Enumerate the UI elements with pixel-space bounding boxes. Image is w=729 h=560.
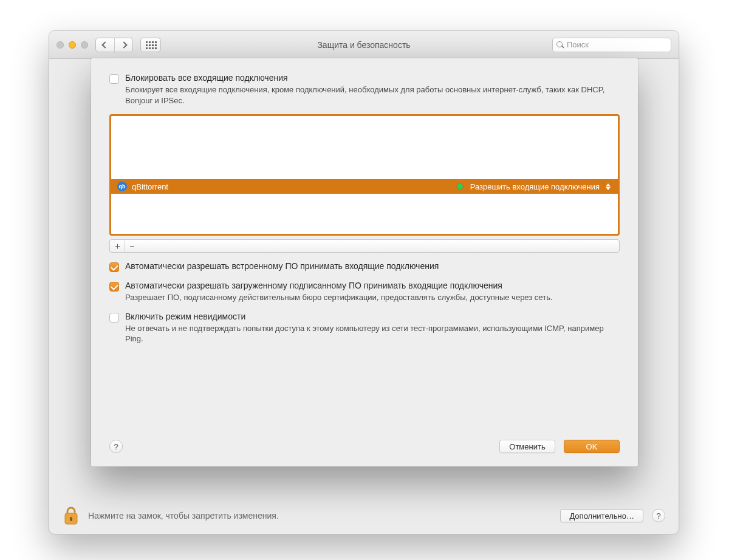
advanced-button[interactable]: Дополнительно… xyxy=(560,509,643,522)
add-remove-segment: ＋ － xyxy=(109,239,620,253)
block-all-row: Блокировать все входящие подключения Бло… xyxy=(109,73,620,106)
grid-icon xyxy=(146,41,156,49)
nav-back-forward xyxy=(95,38,133,52)
block-all-description: Блокирует все входящие подключения, кром… xyxy=(125,84,620,106)
sheet-button-row: ? Отменить OK xyxy=(109,440,620,453)
remove-app-button[interactable]: － xyxy=(125,240,139,252)
firewall-options-sheet: Блокировать все входящие подключения Бло… xyxy=(91,58,638,466)
search-placeholder: Поиск xyxy=(567,40,589,49)
auto-builtin-label: Автоматически разрешать встроенному ПО п… xyxy=(125,261,439,271)
minimize-window-button[interactable] xyxy=(69,41,76,49)
app-name: qBittorrent xyxy=(132,182,168,191)
traffic-lights xyxy=(56,41,88,49)
search-field[interactable]: Поиск xyxy=(552,38,671,52)
titlebar: Защита и безопасность Поиск xyxy=(49,31,679,59)
app-icon: qb xyxy=(117,182,127,191)
stealth-row: Включить режим невидимости Не отвечать и… xyxy=(109,312,620,344)
chevron-right-icon xyxy=(120,41,127,48)
stealth-description: Не отвечать и не подтверждать попытки до… xyxy=(125,323,620,344)
nav-back-button[interactable] xyxy=(96,38,114,52)
stealth-label: Включить режим невидимости xyxy=(125,312,620,321)
zoom-window-button[interactable] xyxy=(81,41,88,49)
lock-icon[interactable] xyxy=(63,505,80,526)
auto-builtin-checkbox[interactable] xyxy=(109,262,119,272)
app-list[interactable]: qb qBittorrent Разрешить входящие подклю… xyxy=(109,114,620,236)
cancel-button[interactable]: Отменить xyxy=(499,440,555,453)
chevron-left-icon xyxy=(101,41,108,48)
auto-signed-checkbox[interactable] xyxy=(109,282,119,292)
stealth-checkbox[interactable] xyxy=(109,313,119,323)
window-footer: Нажмите на замок, чтобы запретить измене… xyxy=(49,497,679,534)
app-list-row-selected[interactable]: qb qBittorrent Разрешить входящие подклю… xyxy=(111,179,618,194)
updown-icon xyxy=(604,183,612,190)
lock-description: Нажмите на замок, чтобы запретить измене… xyxy=(88,511,279,521)
ok-button[interactable]: OK xyxy=(564,440,620,453)
help-button[interactable]: ? xyxy=(652,509,665,522)
connection-status-popup[interactable] xyxy=(604,183,612,190)
block-all-checkbox[interactable] xyxy=(109,74,119,84)
nav-forward-button[interactable] xyxy=(114,38,132,52)
auto-signed-description: Разрешает ПО, подписанному действительны… xyxy=(125,292,553,303)
sheet-help-button[interactable]: ? xyxy=(109,440,123,453)
app-connection-status: Разрешить входящие подключения xyxy=(470,182,600,191)
status-indicator-icon xyxy=(457,183,463,190)
auto-signed-label: Автоматически разрешать загруженному под… xyxy=(125,281,553,290)
close-window-button[interactable] xyxy=(56,41,64,49)
auto-signed-row: Автоматически разрешать загруженному под… xyxy=(109,281,620,303)
block-all-label: Блокировать все входящие подключения xyxy=(125,73,620,83)
all-preferences-button[interactable] xyxy=(140,38,161,52)
auto-builtin-row: Автоматически разрешать встроенному ПО п… xyxy=(109,261,620,272)
svg-rect-1 xyxy=(70,517,72,521)
search-icon xyxy=(556,41,564,49)
add-app-button[interactable]: ＋ xyxy=(110,240,125,252)
